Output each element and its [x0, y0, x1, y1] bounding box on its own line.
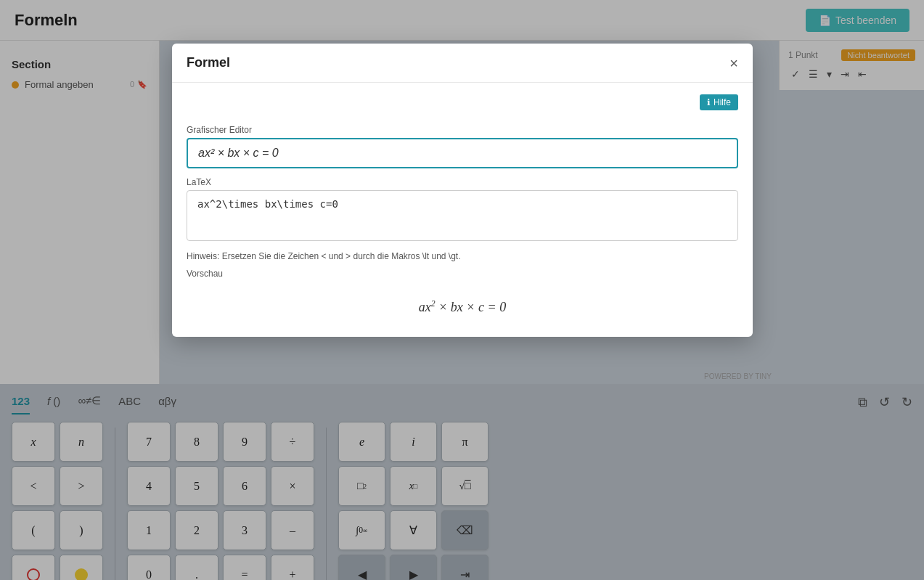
modal-title: Formel [187, 55, 230, 70]
hint-text: Hinweis: Ersetzen Sie die Zeichen < und … [187, 251, 738, 261]
latex-input[interactable]: ax^2\times bx\times c=0 [187, 190, 738, 241]
preview-label: Vorschau [187, 269, 738, 279]
formel-modal: Formel × ℹ Hilfe Grafischer Editor LaTeX… [172, 44, 753, 337]
modal-body: ℹ Hilfe Grafischer Editor LaTeX ax^2\tim… [172, 83, 753, 337]
graphic-editor-label: Grafischer Editor [187, 125, 738, 135]
latex-label: LaTeX [187, 177, 738, 187]
preview-area: ax2 × bx × c = 0 [187, 285, 738, 322]
hilfe-button[interactable]: ℹ Hilfe [700, 94, 738, 110]
question-circle-icon: ℹ [707, 97, 711, 107]
preview-formula: ax2 × bx × c = 0 [419, 300, 506, 314]
modal-header: Formel × [172, 44, 753, 83]
graphic-editor-input[interactable] [187, 138, 738, 168]
modal-close-button[interactable]: × [729, 56, 738, 70]
